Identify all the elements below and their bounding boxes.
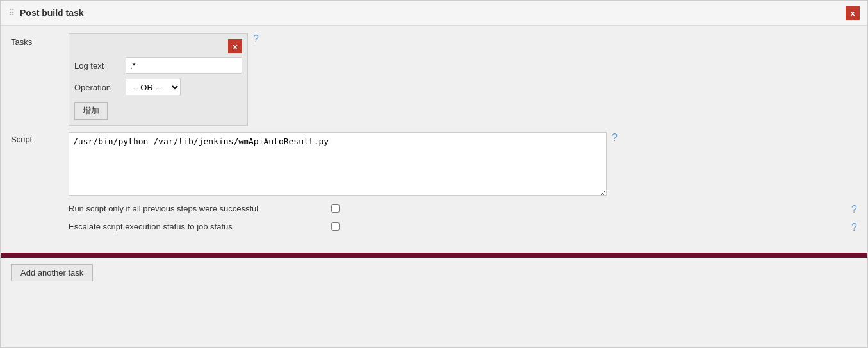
run-script-checkbox[interactable] xyxy=(331,204,340,213)
script-textarea[interactable]: /usr/bin/python /var/lib/jenkins/wmApiAu… xyxy=(69,132,607,196)
run-script-row-with-help: Run script only if all previous steps we… xyxy=(69,204,857,215)
panel-footer: Add another task xyxy=(1,258,867,288)
accent-bar xyxy=(1,253,867,258)
log-text-box: x Log text Operation -- OR -- xyxy=(69,33,248,126)
drag-handle-icon: ⠿ xyxy=(8,8,15,18)
escalate-checkbox[interactable] xyxy=(331,222,340,231)
panel-body: Tasks x Log text xyxy=(1,26,867,247)
tasks-section: Tasks x Log text xyxy=(11,33,857,126)
log-text-input-row: Log text xyxy=(74,57,242,74)
script-row-with-help: /usr/bin/python /var/lib/jenkins/wmApiAu… xyxy=(69,132,857,196)
panel-close-button[interactable]: x xyxy=(846,6,860,20)
log-text-close-button[interactable]: x xyxy=(228,39,242,53)
tasks-label: Tasks xyxy=(11,33,69,47)
run-script-label: Run script only if all previous steps we… xyxy=(69,204,325,213)
escalate-label: Escalate script execution status to job … xyxy=(69,222,325,231)
log-text-row-with-help: x Log text Operation -- OR -- xyxy=(69,33,857,126)
log-text-box-header: x xyxy=(74,39,242,53)
add-another-task-button[interactable]: Add another task xyxy=(11,264,93,281)
operation-row: Operation -- OR -- -- AND -- xyxy=(74,79,242,95)
operation-label: Operation xyxy=(74,83,126,92)
run-script-row-content: Run script only if all previous steps we… xyxy=(69,204,846,213)
escalate-row-content: Escalate script execution status to job … xyxy=(69,222,846,231)
operation-select[interactable]: -- OR -- -- AND -- xyxy=(126,79,181,95)
panel-header: ⠿ Post build task x xyxy=(1,1,867,26)
escalate-help-icon[interactable]: ? xyxy=(851,222,857,233)
script-section: Script /usr/bin/python /var/lib/jenkins/… xyxy=(11,132,857,196)
escalate-row-with-help: Escalate script execution status to job … xyxy=(69,222,857,233)
escalate-checkbox-section: Escalate script execution status to job … xyxy=(11,222,857,233)
run-script-help-icon[interactable]: ? xyxy=(851,204,857,215)
script-label: Script xyxy=(11,132,69,144)
page-container: ⠿ Post build task x Tasks x xyxy=(0,0,868,348)
run-script-checkbox-section: Run script only if all previous steps we… xyxy=(11,204,857,215)
panel-title-group: ⠿ Post build task xyxy=(8,8,84,18)
log-text-label: Log text xyxy=(74,61,126,70)
add-log-button[interactable]: 增加 xyxy=(74,102,108,120)
panel-title: Post build task xyxy=(20,8,84,18)
log-text-input[interactable] xyxy=(126,57,242,74)
tasks-help-icon[interactable]: ? xyxy=(253,33,259,45)
script-help-icon[interactable]: ? xyxy=(612,132,618,144)
tasks-content: x Log text Operation -- OR -- xyxy=(69,33,857,126)
